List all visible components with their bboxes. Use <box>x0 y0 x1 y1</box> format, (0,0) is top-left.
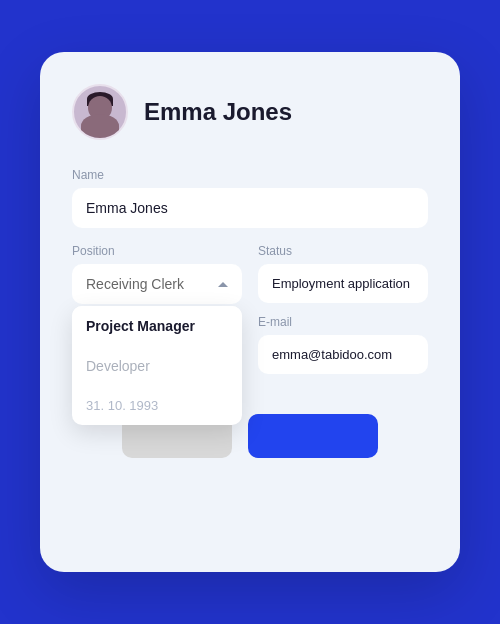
profile-header: Emma Jones <box>72 84 428 140</box>
position-field-group: Position Receiving Clerk Project Manager… <box>72 244 242 374</box>
name-input[interactable] <box>72 188 428 228</box>
position-container: Receiving Clerk Project Manager Develope… <box>72 264 242 304</box>
submit-button[interactable] <box>248 414 378 458</box>
dropdown-item-project-manager[interactable]: Project Manager <box>72 306 242 346</box>
name-field-group: Name <box>72 168 428 228</box>
form: Name Position Receiving Clerk Project Ma… <box>72 168 428 390</box>
position-status-row: Position Receiving Clerk Project Manager… <box>72 244 428 374</box>
application-card: Emma Jones Name Position Receiving Clerk… <box>40 52 460 572</box>
position-dropdown: Project Manager Developer 31. 10. 1993 <box>72 306 242 425</box>
email-label: E-mail <box>258 315 428 329</box>
chevron-up-icon <box>218 282 228 287</box>
status-value: Employment application <box>258 264 428 303</box>
profile-name: Emma Jones <box>144 98 292 126</box>
position-select[interactable]: Receiving Clerk <box>72 264 242 304</box>
position-selected-value: Receiving Clerk <box>86 276 184 292</box>
position-label: Position <box>72 244 242 258</box>
email-value: emma@tabidoo.com <box>258 335 428 374</box>
date-hint: 31. 10. 1993 <box>72 386 242 425</box>
dropdown-item-developer[interactable]: Developer <box>72 346 242 386</box>
status-field-group: Status Employment application E-mail emm… <box>258 244 428 374</box>
status-label: Status <box>258 244 428 258</box>
avatar <box>72 84 128 140</box>
name-label: Name <box>72 168 428 182</box>
